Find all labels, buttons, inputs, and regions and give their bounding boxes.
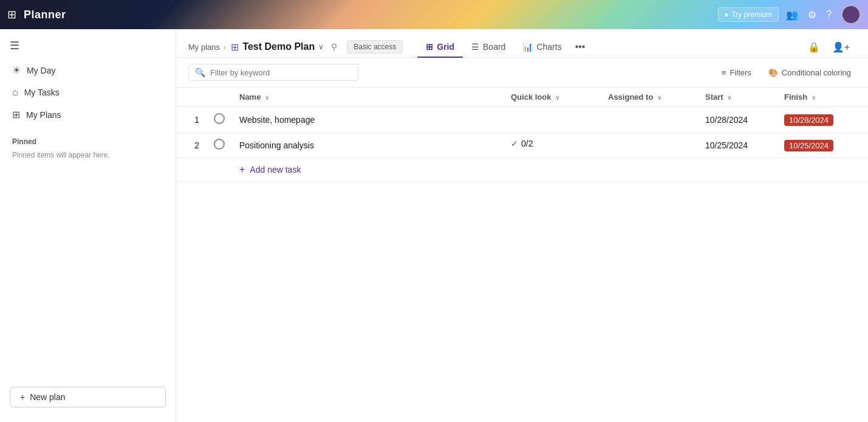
row-quicklook-1 [504, 107, 601, 119]
grid-container: Name ∨ Quick look ∨ Assigned to ∨ Star [176, 88, 868, 422]
help-icon[interactable]: ? [826, 9, 832, 20]
plan-header: My plans › ⊞ Test Demo Plan ∨ ⚲ Basic ac… [176, 29, 868, 58]
col-header-name[interactable]: Name ∨ [232, 88, 504, 107]
table-row: 1 Website, homepage 10/28/2024 10/28/202… [176, 107, 868, 133]
toolbar: 🔍 ≡ Filters 🎨 Conditional coloring [176, 58, 868, 88]
col-header-finish[interactable]: Finish ∨ [777, 88, 868, 107]
add-icon: + [239, 164, 245, 175]
col-header-start[interactable]: Start ∨ [698, 88, 777, 107]
sidebar-item-my-day[interactable]: ☀ My Day [5, 60, 171, 81]
row-start-1: 10/28/2024 [698, 107, 777, 133]
assigned-sort-icon: ∨ [657, 94, 661, 101]
grid-table: Name ∨ Quick look ∨ Assigned to ∨ Star [176, 88, 868, 182]
sidebar-toggle[interactable]: ☰ [0, 34, 176, 57]
sidebar-item-my-plans[interactable]: ⊞ My Plans [5, 104, 171, 125]
col-header-check [207, 88, 232, 107]
plan-title: Test Demo Plan [242, 41, 315, 52]
row-finish-1: 10/28/2024 [777, 107, 868, 133]
check-circle-icon: ✓ [511, 139, 518, 148]
plan-title-area: ⊞ Test Demo Plan ∨ [231, 41, 324, 53]
pinned-empty-message: Pinned items will appear here. [0, 148, 176, 162]
conditional-coloring-button[interactable]: 🎨 Conditional coloring [764, 65, 856, 80]
row-checkbox-1[interactable] [207, 107, 232, 133]
charts-tab-icon: 📊 [522, 42, 533, 52]
grid-header-row: Name ∨ Quick look ∨ Assigned to ∨ Star [176, 88, 868, 107]
search-icon: 🔍 [195, 67, 205, 77]
content-area: My plans › ⊞ Test Demo Plan ∨ ⚲ Basic ac… [176, 29, 868, 422]
breadcrumb-my-plans[interactable]: My plans [188, 43, 220, 52]
row-assigned-1 [601, 107, 698, 133]
pinned-section-title: Pinned [0, 128, 176, 148]
coloring-icon: 🎨 [768, 68, 778, 77]
breadcrumb-separator: › [224, 43, 226, 52]
finish-sort-icon: ∨ [812, 94, 816, 101]
grid-icon: ⊞ [12, 109, 20, 120]
sun-icon: ☀ [12, 64, 21, 76]
add-task-cell[interactable]: + Add new task [232, 158, 868, 182]
row-start-2: 10/25/2024 [698, 133, 777, 158]
app-title: Planner [24, 9, 66, 21]
view-tabs: ⊞ Grid ☰ Board 📊 Charts ••• [417, 36, 590, 57]
basic-access-badge[interactable]: Basic access [347, 40, 403, 54]
search-input[interactable] [210, 68, 352, 77]
quicklook-sort-icon: ∨ [555, 94, 559, 101]
row-num-2: 2 [176, 133, 207, 158]
member-button[interactable]: 👤+ [829, 38, 853, 57]
lock-button[interactable]: 🔒 [804, 38, 824, 57]
more-options-button[interactable]: ••• [570, 36, 590, 57]
tab-board[interactable]: ☰ Board [463, 37, 514, 58]
filter-input-wrap[interactable]: 🔍 [188, 64, 358, 81]
tab-charts[interactable]: 📊 Charts [514, 37, 570, 58]
table-row: 2 Positioning analysis ✓ 0/2 10/25/2 [176, 133, 868, 158]
name-sort-icon: ∨ [265, 94, 269, 101]
pin-icon[interactable]: ⚲ [331, 42, 337, 52]
col-header-assigned[interactable]: Assigned to ∨ [601, 88, 698, 107]
diamond-icon: ♦ [725, 10, 728, 19]
row-checkbox-2[interactable] [207, 133, 232, 158]
avatar[interactable] [841, 5, 861, 24]
row-num-1: 1 [176, 107, 207, 133]
plus-icon: + [20, 392, 25, 402]
add-task-num [176, 158, 207, 182]
new-plan-button[interactable]: + New plan [10, 387, 166, 407]
tab-grid[interactable]: ⊞ Grid [417, 37, 463, 58]
share-people-icon[interactable]: 👥 [786, 9, 798, 21]
filters-button[interactable]: ≡ Filters [717, 65, 756, 80]
breadcrumb: My plans › [188, 43, 226, 52]
app-grid-icon[interactable]: ⊞ [7, 8, 16, 21]
plan-icon: ⊞ [231, 41, 239, 53]
start-sort-icon: ∨ [727, 94, 731, 101]
row-quicklook-2: ✓ 0/2 [504, 133, 601, 154]
plan-dropdown-icon[interactable]: ∨ [318, 43, 324, 51]
board-tab-icon: ☰ [471, 42, 479, 52]
header-actions: 🔒 👤+ [804, 38, 856, 57]
col-header-quicklook[interactable]: Quick look ∨ [504, 88, 601, 107]
sidebar-nav: ☀ My Day ⌂ My Tasks ⊞ My Plans [0, 57, 176, 128]
sidebar-item-my-tasks[interactable]: ⌂ My Tasks [5, 82, 171, 103]
col-header-num [176, 88, 207, 107]
row-name-2[interactable]: Positioning analysis [232, 133, 504, 158]
grid-tab-icon: ⊞ [426, 42, 433, 52]
try-premium-button[interactable]: ♦ Try premium [718, 7, 779, 22]
row-name-1[interactable]: Website, homepage [232, 107, 504, 133]
row-assigned-2 [601, 133, 698, 158]
filter-icon: ≡ [722, 68, 726, 77]
sidebar: ☰ ☀ My Day ⌂ My Tasks ⊞ My Plans Pinned … [0, 29, 176, 422]
add-task-row[interactable]: + Add new task [176, 158, 868, 182]
settings-icon[interactable]: ⚙ [808, 9, 816, 21]
home-icon: ⌂ [12, 87, 18, 98]
add-task-check [207, 158, 232, 182]
row-finish-2: 10/25/2024 [777, 133, 868, 158]
